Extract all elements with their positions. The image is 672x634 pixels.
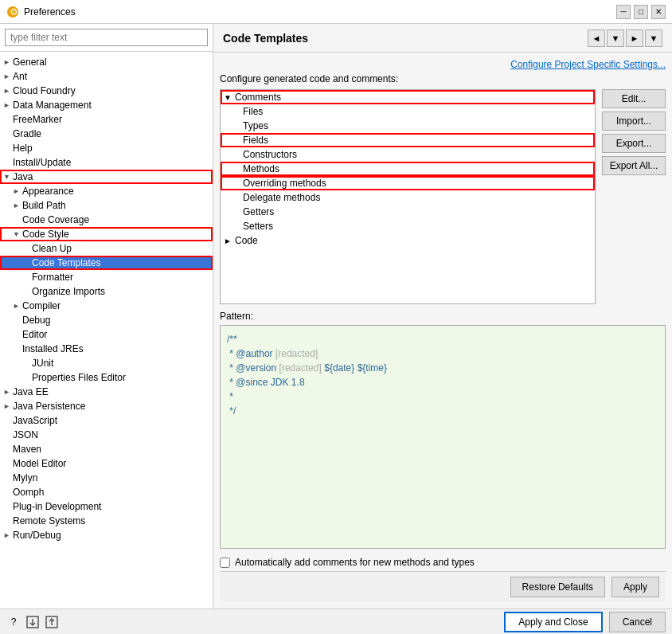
sidebar-label-oomph: Oomph xyxy=(13,487,44,498)
sidebar-label-appearance: Appearance xyxy=(22,186,74,197)
sidebar-item-code-templates[interactable]: Code Templates xyxy=(0,256,213,270)
pattern-line-0: /** xyxy=(227,332,658,346)
tree-arrow-general: ► xyxy=(3,58,13,66)
minimize-btn[interactable]: ─ xyxy=(616,5,631,19)
code-tree-item-types[interactable]: Types xyxy=(221,119,595,133)
sidebar-label-ant: Ant xyxy=(13,71,27,82)
sidebar-label-organize-imports: Organize Imports xyxy=(32,286,105,297)
sidebar-item-installed-jres[interactable]: Installed JREs xyxy=(0,342,213,356)
sidebar-item-compiler[interactable]: ►Compiler xyxy=(0,299,213,313)
configure-link-row: Configure Project Specific Settings... xyxy=(220,59,666,70)
search-input[interactable] xyxy=(5,29,208,46)
sidebar-label-freemarker: FreeMarker xyxy=(13,114,62,125)
sidebar-item-appearance[interactable]: ►Appearance xyxy=(0,184,213,198)
nav-dropdown-btn[interactable]: ▼ xyxy=(607,29,624,47)
side-btn-3[interactable]: Export All... xyxy=(602,156,666,175)
sidebar-item-java-ee[interactable]: ►Java EE xyxy=(0,385,213,399)
config-label: Configure generated code and comments: xyxy=(220,73,666,84)
code-label-files: Files xyxy=(243,106,263,117)
code-tree-item-files[interactable]: Files xyxy=(221,104,595,119)
sidebar-item-javascript[interactable]: JavaScript xyxy=(0,413,213,428)
sidebar-item-model-editor[interactable]: Model Editor xyxy=(0,456,213,471)
nav-forward-btn[interactable]: ► xyxy=(626,29,643,47)
sidebar-item-code-coverage[interactable]: Code Coverage xyxy=(0,213,213,227)
code-tree-item-comments[interactable]: ▼Comments xyxy=(221,90,595,104)
side-btn-1[interactable]: Import... xyxy=(602,112,666,131)
apply-btn[interactable]: Apply xyxy=(611,577,659,597)
sidebar-item-json[interactable]: JSON xyxy=(0,428,213,442)
sidebar-item-install-update[interactable]: Install/Update xyxy=(0,155,213,170)
sidebar-item-clean-up[interactable]: Clean Up xyxy=(0,241,213,256)
footer: ? Apply and Close Cancel xyxy=(0,609,672,634)
code-label-code: Code xyxy=(235,235,258,246)
sidebar-item-general[interactable]: ►General xyxy=(0,55,213,69)
close-btn[interactable]: ✕ xyxy=(651,5,666,19)
sidebar-item-organize-imports[interactable]: Organize Imports xyxy=(0,284,213,299)
code-label-methods: Methods xyxy=(243,163,279,174)
code-tree-item-overriding-methods[interactable]: Overriding methods xyxy=(221,176,595,190)
sidebar-label-java-persistence: Java Persistence xyxy=(13,401,85,412)
sidebar-item-mylyn[interactable]: Mylyn xyxy=(0,471,213,485)
configure-link[interactable]: Configure Project Specific Settings... xyxy=(510,59,666,70)
tree-arrow-appearance: ► xyxy=(13,187,22,195)
nav-back-btn[interactable]: ◄ xyxy=(588,29,605,47)
sidebar-label-java: Java xyxy=(13,171,33,182)
code-tree-item-fields[interactable]: Fields xyxy=(221,133,595,147)
sidebar-label-clean-up: Clean Up xyxy=(32,243,72,254)
sidebar-item-maven[interactable]: Maven xyxy=(0,442,213,456)
sidebar-label-help: Help xyxy=(13,143,33,154)
tree-arrow-run-debug: ► xyxy=(3,531,13,539)
sidebar-item-help[interactable]: Help xyxy=(0,141,213,155)
import-icon[interactable] xyxy=(25,615,40,629)
sidebar-item-remote-systems[interactable]: Remote Systems xyxy=(0,514,213,528)
nav-forward-dropdown-btn[interactable]: ▼ xyxy=(645,29,662,47)
help-icon[interactable]: ? xyxy=(6,615,21,629)
code-tree-item-delegate-methods[interactable]: Delegate methods xyxy=(221,190,595,205)
panel-nav[interactable]: ◄ ▼ ► ▼ xyxy=(588,29,662,47)
window-title: Preferences xyxy=(24,6,616,18)
sidebar-item-junit[interactable]: JUnit xyxy=(0,356,213,370)
sidebar-item-ant[interactable]: ►Ant xyxy=(0,69,213,84)
svg-text:⚙: ⚙ xyxy=(10,6,18,18)
sidebar-item-editor[interactable]: Editor xyxy=(0,327,213,342)
bottom-buttons: Restore Defaults Apply xyxy=(220,571,666,602)
sidebar-item-run-debug[interactable]: ►Run/Debug xyxy=(0,528,213,542)
sidebar-label-maven: Maven xyxy=(13,444,41,455)
sidebar-item-java[interactable]: ▼Java xyxy=(0,170,213,184)
sidebar-item-oomph[interactable]: Oomph xyxy=(0,485,213,499)
cancel-btn[interactable]: Cancel xyxy=(609,612,666,632)
sidebar-item-data-management[interactable]: ►Data Management xyxy=(0,98,213,112)
code-label-fields: Fields xyxy=(243,135,268,146)
sidebar-item-debug[interactable]: Debug xyxy=(0,313,213,327)
pattern-line-2: * @version [redacted] ${date} ${time} xyxy=(227,361,658,375)
sidebar-item-cloud-foundry[interactable]: ►Cloud Foundry xyxy=(0,84,213,98)
code-arrow-comments: ▼ xyxy=(224,93,235,102)
sidebar-item-gradle[interactable]: Gradle xyxy=(0,127,213,141)
code-tree-item-setters[interactable]: Setters xyxy=(221,219,595,233)
sidebar-item-plug-in-development[interactable]: Plug-in Development xyxy=(0,499,213,514)
restore-defaults-btn[interactable]: Restore Defaults xyxy=(510,577,605,597)
sidebar-item-build-path[interactable]: ►Build Path xyxy=(0,198,213,213)
code-tree-item-getters[interactable]: Getters xyxy=(221,205,595,219)
code-label-delegate-methods: Delegate methods xyxy=(243,192,320,203)
code-tree-item-code[interactable]: ►Code xyxy=(221,233,595,248)
auto-comment-checkbox[interactable] xyxy=(220,558,230,568)
code-tree-item-constructors[interactable]: Constructors xyxy=(221,147,595,162)
sidebar-item-formatter[interactable]: Formatter xyxy=(0,270,213,284)
sidebar-item-freemarker[interactable]: FreeMarker xyxy=(0,112,213,127)
pattern-label: Pattern: xyxy=(220,311,666,322)
sidebar-item-code-style[interactable]: ▼Code Style xyxy=(0,227,213,241)
sidebar-label-json: JSON xyxy=(13,429,38,440)
export-icon[interactable] xyxy=(45,615,59,629)
checkbox-row: Automatically add comments for new metho… xyxy=(220,554,666,571)
code-tree-item-methods[interactable]: Methods xyxy=(221,162,595,176)
window-controls[interactable]: ─ □ ✕ xyxy=(616,5,666,19)
sidebar-item-properties-editor[interactable]: Properties Files Editor xyxy=(0,370,213,385)
side-btn-2[interactable]: Export... xyxy=(602,134,666,153)
sidebar-item-java-persistence[interactable]: ►Java Persistence xyxy=(0,399,213,413)
pattern-line-5: */ xyxy=(227,404,658,418)
pattern-editor[interactable]: /** * @author [redacted] * @version [red… xyxy=(220,325,666,549)
side-btn-0[interactable]: Edit... xyxy=(602,89,666,108)
maximize-btn[interactable]: □ xyxy=(634,5,648,19)
apply-close-btn[interactable]: Apply and Close xyxy=(504,612,602,632)
